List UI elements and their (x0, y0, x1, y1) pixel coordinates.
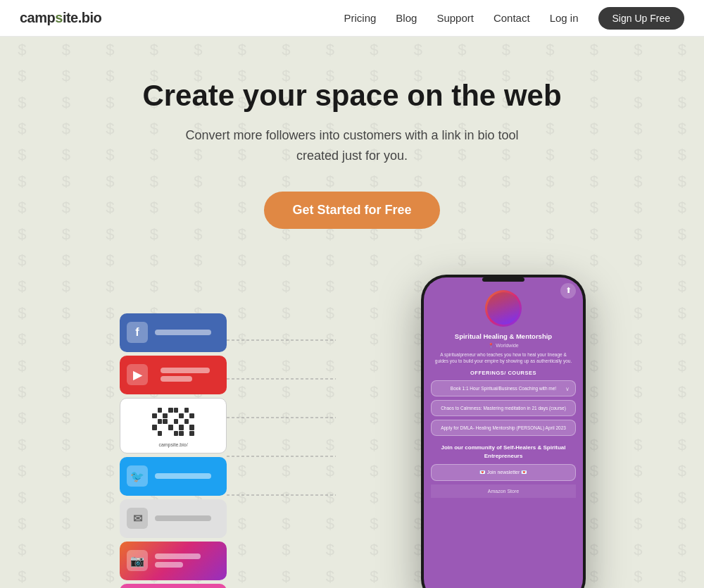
phone-mockup: ⬆ Spiritual Healing & Mentorship 📍 World… (421, 275, 586, 588)
nav-login[interactable]: Log in (550, 12, 579, 24)
course-button-2[interactable]: Chaos to Calmness: Mastering meditation … (431, 400, 576, 416)
connector-lines (227, 320, 336, 588)
nav-links: Pricing Blog Support Contact Log in Sign… (344, 7, 685, 30)
mail-icon: ✉ (127, 508, 148, 529)
course-button-1[interactable]: Book 1:1 Hour Spiritual/Business Coachin… (431, 380, 576, 396)
share-icon: ⬆ (565, 286, 572, 295)
profile-bio: A spiritualpreneur who teaches you how t… (431, 351, 576, 364)
community-text: Join our community of Self-Healers & Spi… (431, 444, 576, 459)
course-button-3[interactable]: Apply for DMLA- Healing Mentorship (PERS… (431, 420, 576, 436)
hero-section: $$$$$$$$$$$$$$$$$$$$$$$$$$$$$$$$$$$$$$$$… (0, 37, 704, 588)
email-card: ✉ (120, 499, 227, 538)
section-title: OFFERINGS/ COURSES (470, 370, 536, 376)
instagram-icon: 📷 (127, 550, 148, 571)
share-button[interactable]: ⬆ (560, 283, 576, 299)
logo: campsite.bio (20, 10, 101, 26)
card-bar (161, 376, 192, 382)
phone-notch (482, 277, 524, 282)
get-started-button[interactable]: Get Started for Free (264, 192, 439, 229)
card-bar (155, 562, 183, 568)
qr-pattern (152, 408, 194, 436)
campsite-label: campsite.bio/ (158, 442, 187, 447)
amazon-button[interactable]: Amazon Store (431, 484, 576, 498)
card-bar (161, 368, 210, 373)
nav-pricing[interactable]: Pricing (344, 12, 377, 24)
card-bar (155, 330, 211, 335)
profile-name: Spiritual Healing & Mentorship (455, 332, 552, 341)
twitter-card: 🐦 (120, 457, 227, 496)
hero-subtitle: Convert more followers into customers wi… (169, 125, 535, 166)
pink-card: 📷 (120, 584, 227, 588)
cards-stack: f ▶ campsite.bio/ 🐦 (120, 313, 232, 588)
facebook-icon: f (127, 322, 148, 343)
nav-blog[interactable]: Blog (396, 12, 417, 24)
chevron-down-icon: ∨ (565, 385, 570, 392)
avatar-image (487, 292, 520, 325)
youtube-card: ▶ (120, 356, 227, 394)
card-bar (155, 553, 201, 559)
newsletter-button[interactable]: 💌 Join newsletter 💌 (431, 464, 576, 481)
twitter-icon: 🐦 (127, 465, 148, 487)
phone-frame: ⬆ Spiritual Healing & Mentorship 📍 World… (421, 275, 586, 588)
avatar (485, 290, 522, 327)
youtube-icon: ▶ (127, 364, 148, 385)
phone-content: Spiritual Healing & Mentorship 📍 Worldwi… (424, 277, 583, 502)
card-bar (155, 473, 211, 479)
hero-content: Create your space on the web Convert mor… (0, 79, 704, 264)
nav-contact[interactable]: Contact (494, 12, 530, 24)
profile-location: 📍 Worldwide (488, 343, 519, 349)
qr-card: campsite.bio/ (120, 398, 227, 453)
hero-title: Create your space on the web (0, 79, 704, 113)
instagram-card: 📷 (120, 542, 227, 580)
signup-button[interactable]: Sign Up Free (598, 7, 684, 30)
nav-support[interactable]: Support (436, 12, 474, 24)
mockup-area: f ▶ campsite.bio/ 🐦 (0, 271, 704, 588)
navbar: campsite.bio Pricing Blog Support Contac… (0, 0, 704, 37)
phone-screen: Spiritual Healing & Mentorship 📍 Worldwi… (424, 277, 583, 588)
card-bar (155, 515, 211, 521)
facebook-card: f (120, 313, 227, 352)
